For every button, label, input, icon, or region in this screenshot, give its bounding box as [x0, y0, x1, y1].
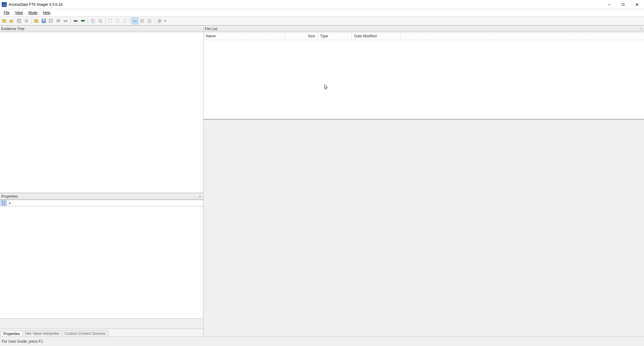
- cursor-icon: [324, 84, 328, 91]
- ram-icon[interactable]: [80, 18, 86, 24]
- svg-rect-21: [81, 20, 85, 22]
- evidence-tree-body[interactable]: [0, 32, 203, 193]
- print-icon[interactable]: [55, 18, 62, 24]
- usb-block-icon[interactable]: [72, 18, 79, 24]
- close-icon[interactable]: ✕: [198, 194, 202, 198]
- toolbar-separator: [130, 18, 130, 24]
- open-folder-icon[interactable]: [33, 18, 40, 24]
- svg-text:+: +: [12, 19, 14, 22]
- minimize-button[interactable]: [602, 0, 616, 9]
- toolbar-separator: [31, 18, 32, 24]
- help-icon[interactable]: ?: [156, 18, 163, 24]
- svg-rect-9: [18, 20, 21, 23]
- save-as-icon[interactable]: [48, 18, 54, 24]
- menu-file[interactable]: File: [1, 10, 12, 15]
- image-mount-icon[interactable]: [23, 18, 30, 24]
- add-all-icon[interactable]: [16, 18, 22, 24]
- menu-bar: File View Mode Help: [0, 9, 644, 16]
- print-preview-icon[interactable]: [62, 18, 69, 24]
- properties-toolbar: A↓: [0, 200, 203, 206]
- viewer-pane[interactable]: [204, 119, 644, 336]
- menu-view[interactable]: View: [12, 10, 25, 15]
- svg-rect-20: [74, 20, 77, 22]
- categorized-icon[interactable]: [1, 200, 7, 206]
- svg-rect-23: [92, 20, 94, 23]
- menu-help[interactable]: Help: [40, 10, 53, 15]
- svg-point-11: [26, 20, 27, 21]
- new-file-icon[interactable]: [107, 18, 114, 24]
- toolbar: + 010 ? ▾: [0, 16, 644, 25]
- column-name[interactable]: Name: [204, 32, 285, 40]
- toolbar-separator: [154, 18, 155, 24]
- title-bar: AccessData FTK Imager 4.3.0.18: [0, 0, 644, 9]
- toolbar-overflow-icon[interactable]: ▾: [163, 19, 167, 22]
- evidence-tree-header: Evidence Tree ✕: [0, 25, 203, 32]
- toolbar-separator: [88, 18, 88, 24]
- column-type[interactable]: Type: [318, 32, 352, 40]
- main-area: Evidence Tree ✕ Properties ✕ A↓ Properti…: [0, 25, 644, 336]
- svg-rect-1: [622, 3, 624, 5]
- tab-hex-interpreter[interactable]: Hex Value Interpreter: [22, 331, 62, 336]
- native-view-icon[interactable]: [146, 18, 153, 24]
- column-date-modified[interactable]: Date Modified: [352, 32, 400, 40]
- svg-point-24: [99, 19, 101, 22]
- maximize-button[interactable]: [616, 0, 630, 9]
- toolbar-separator: [70, 18, 71, 24]
- svg-rect-5: [3, 19, 4, 20]
- svg-rect-17: [57, 20, 60, 22]
- find-icon[interactable]: [97, 18, 104, 24]
- menu-mode[interactable]: Mode: [26, 10, 40, 15]
- svg-text:?: ?: [159, 20, 160, 23]
- left-column: Evidence Tree ✕ Properties ✕ A↓ Properti…: [0, 25, 204, 336]
- file-prev-icon[interactable]: [114, 18, 121, 24]
- status-bar: For User Guide, press F1: [0, 336, 644, 346]
- column-size[interactable]: Size: [285, 32, 318, 40]
- close-icon[interactable]: ✕: [640, 27, 643, 31]
- svg-rect-15: [43, 19, 45, 21]
- evidence-tree-title: Evidence Tree: [1, 27, 25, 31]
- file-list-columns: Name Size Type Date Modified: [204, 32, 644, 40]
- properties-description: [0, 319, 203, 329]
- svg-rect-41: [4, 203, 5, 205]
- svg-rect-26: [109, 19, 111, 22]
- toolbar-separator: [105, 18, 105, 24]
- file-list-header: File List ✕: [204, 25, 644, 32]
- svg-rect-39: [4, 201, 5, 203]
- hex-view-icon[interactable]: 010: [132, 18, 138, 24]
- svg-marker-13: [35, 19, 37, 20]
- status-text: For User Guide, press F1: [2, 339, 43, 344]
- svg-rect-35: [149, 20, 150, 22]
- bottom-tabs: Properties Hex Value Interpreter Custom …: [0, 329, 203, 336]
- file-next-icon[interactable]: [122, 18, 128, 24]
- column-spacer: [400, 32, 644, 40]
- alphabetical-icon[interactable]: A↓: [7, 200, 13, 206]
- close-button[interactable]: [630, 0, 644, 9]
- tab-custom-content[interactable]: Custom Content Sources: [62, 331, 108, 336]
- properties-header: Properties ✕: [0, 193, 203, 200]
- add-evidence-icon[interactable]: [1, 18, 8, 24]
- add-evidence-plus-icon[interactable]: +: [9, 18, 15, 24]
- svg-rect-40: [2, 203, 3, 205]
- file-list-title: File List: [205, 27, 217, 31]
- svg-rect-19: [64, 20, 67, 22]
- svg-rect-18: [57, 19, 59, 20]
- svg-rect-12: [35, 20, 38, 22]
- app-icon: [2, 2, 7, 7]
- properties-grid[interactable]: [0, 206, 203, 319]
- window-controls: [602, 0, 644, 9]
- svg-line-25: [101, 22, 102, 23]
- svg-rect-38: [2, 201, 3, 203]
- properties-panel: Properties ✕ A↓ Properties Hex Value Int…: [0, 193, 203, 336]
- svg-text:010: 010: [133, 20, 137, 22]
- svg-marker-42: [324, 85, 327, 90]
- svg-rect-16: [49, 19, 53, 22]
- save-icon[interactable]: [40, 18, 47, 24]
- file-list-body[interactable]: [204, 40, 644, 119]
- text-view-icon[interactable]: [139, 18, 146, 24]
- window-title: AccessData FTK Imager 4.3.0.18: [9, 2, 602, 7]
- copy-icon[interactable]: [90, 18, 96, 24]
- tab-properties[interactable]: Properties: [1, 331, 23, 337]
- right-column: File List ✕ Name Size Type Date Modified: [204, 25, 644, 336]
- properties-title: Properties: [1, 194, 18, 198]
